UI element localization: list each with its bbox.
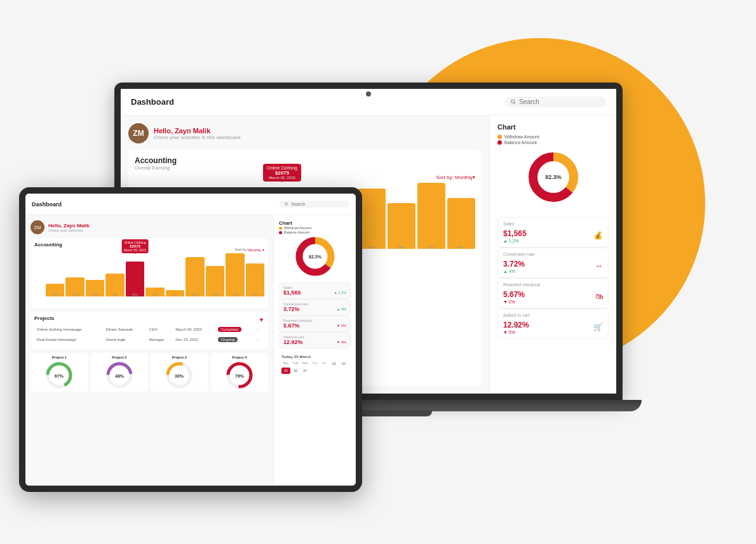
project-more-1[interactable]: ··· <box>255 335 263 344</box>
metric-icon-0: 💰 <box>593 231 603 240</box>
project-date-1: Dec 25, 2022 <box>174 335 215 344</box>
tablet-chart-title: Chart <box>279 220 351 226</box>
tablet-bar-wrap-feb: Feb <box>65 253 84 296</box>
svg-text:76%: 76% <box>235 374 245 378</box>
laptop-search-bar[interactable] <box>504 96 606 107</box>
cal-day-06[interactable]: 06 <box>291 368 300 374</box>
project-role-1: Manager <box>148 335 173 344</box>
metric-icon-3: 🛒 <box>593 322 603 331</box>
tablet-projects: Projects ▼ Online clothing Homepage Sitr… <box>30 312 268 349</box>
metric-icon-1: ↔ <box>595 262 603 270</box>
tablet-search-bar[interactable] <box>280 201 349 208</box>
sort-chevron-icon: ▾ <box>473 175 475 180</box>
tablet-bar-chart: JanFebMarAprOnline Clothing$2075March 05… <box>46 253 264 304</box>
bar-wrap-sep: Sep <box>388 183 415 249</box>
tablet-project-card-1: Project 2 48% <box>91 353 149 392</box>
donut-chart-wrapper: 82.3% <box>497 149 609 206</box>
cal-day-03[interactable]: 03 <box>330 361 339 367</box>
tablet-project-card-0: Project 1 67% <box>30 353 88 392</box>
greeting-subtitle: Check your activities in this dashboard <box>154 135 241 140</box>
project-card-title-0: Project 1 <box>52 355 67 359</box>
tablet-bar-label-jul: Jul <box>173 293 177 296</box>
cal-day-05[interactable]: 05 <box>281 368 290 374</box>
project-donut-0: 67% <box>45 361 73 389</box>
chart-legend: Withdraw Amount Balance Amount <box>497 135 609 145</box>
tablet-bar-wrap-oct: Oct <box>226 253 244 296</box>
tablet-bar-label-mar: Mar <box>92 293 98 296</box>
tablet-bar-wrap-sep: Sep <box>206 253 224 296</box>
project-date-0: March 05, 2023 <box>174 325 215 334</box>
cal-day-07[interactable]: 07 <box>300 368 309 374</box>
tablet-bar-nov <box>246 263 264 296</box>
svg-text:82.3%: 82.3% <box>545 174 562 180</box>
tablet-bar-label-may: May <box>132 293 138 296</box>
tablet-bar-label-aug: Aug <box>192 293 198 296</box>
tablet-bar-label-apr: Apr <box>112 293 118 296</box>
search-icon <box>511 99 516 105</box>
tablet-bar-wrap-aug: Aug <box>186 253 204 296</box>
tablet-bar-wrap-jun: Jun <box>145 253 164 296</box>
metric-value-row-1: 3.72% ▲ 4% ↔ <box>503 258 603 274</box>
cal-header-tue: TUE <box>291 361 300 367</box>
tablet-search-input[interactable] <box>291 202 344 206</box>
tablet-right-panel: Chart Withdraw Amount Balance Amount <box>273 215 356 486</box>
accounting-title: Accounting <box>135 156 475 165</box>
metric-card-0: Sales $1,565 ▲ 1.2% 💰 <box>497 217 609 248</box>
tablet-metric-change-3: ▼ 4% <box>337 340 346 344</box>
metric-value-row-3: 12.92% ▼ 5% 🛒 <box>503 319 603 335</box>
sort-row: Sort by: Monthly ▾ <box>135 175 475 180</box>
metric-card-2: Reached checkout 5.67% ▼ 2% 🛍 <box>497 278 609 308</box>
tablet-donut-chart: 82.3% <box>293 234 337 279</box>
project-person-0: Sitram Sanvade <box>104 325 146 334</box>
tablet-metric-card-1: Conversion rate 3.72% ▲ 4% <box>279 299 351 315</box>
tablet-sort-value[interactable]: Monthly ▾ <box>248 248 264 252</box>
avatar: ZM <box>128 123 149 143</box>
svg-line-1 <box>514 103 515 104</box>
project-name-1: Real Estate Homepage <box>36 335 103 344</box>
greeting-hello: Hello, Zayn Malik <box>154 127 241 135</box>
metric-value-row-0: $1,565 ▲ 1.2% 💰 <box>503 227 603 243</box>
tablet-projects-title: Projects <box>34 315 55 321</box>
tablet-bar-sep <box>206 266 224 296</box>
bar-label-nov: Nov <box>458 245 465 249</box>
cal-header-mon: Mon <box>281 361 290 367</box>
tablet-legend-label-withdraw: Withdraw Amount <box>284 226 311 230</box>
metric-value-0: $1,565 <box>503 229 527 238</box>
tablet-calendar-title: Today, 05 March <box>281 355 348 359</box>
filter-icon[interactable]: ▼ <box>259 317 264 323</box>
laptop-search-input[interactable] <box>519 98 600 105</box>
donut-chart: 82.3% <box>525 149 582 206</box>
tablet-bar-wrap-mar: Mar <box>86 253 104 296</box>
tablet-bar-label-jun: Jun <box>152 293 158 296</box>
tablet-accounting: Accounting Sort by: Monthly ▾ JanFebMarA… <box>30 238 268 308</box>
metric-value-3: 12.92% <box>503 321 529 329</box>
metric-label-0: Sales <box>503 222 603 226</box>
tablet-bar-wrap-may: Online Clothing$2075March 05, 2023May <box>126 253 144 296</box>
project-row-0: Online clothing Homepage Sitram Sanvade … <box>36 325 263 334</box>
tablet-header: Dashboard <box>25 194 356 215</box>
project-card-title-2: Project 3 <box>172 355 187 359</box>
tablet-dashboard-title: Dashboard <box>32 201 62 208</box>
legend-label-withdraw: Withdraw Amount <box>504 135 539 139</box>
metric-label-3: Added to cart <box>503 313 603 317</box>
metrics-list: Sales $1,565 ▲ 1.2% 💰 Conversion rate 3.… <box>497 217 609 339</box>
laptop-right-panel: Chart Withdraw Amount Balance Amount <box>489 116 616 394</box>
tablet-sort-row: Sort by: Monthly ▾ <box>34 248 264 252</box>
tablet-metric-value-3: 12.92% <box>283 339 303 345</box>
tablet-chart-section: Chart Withdraw Amount Balance Amount <box>279 220 351 279</box>
cal-day-04[interactable]: 04 <box>339 361 348 367</box>
tablet-bar-aug <box>186 257 204 296</box>
bar-sep <box>388 203 415 249</box>
metric-value-1: 3.72% <box>503 260 525 269</box>
tablet-bar-wrap-apr: Apr <box>105 253 124 296</box>
tablet-dashboard: Dashboard ZM <box>25 194 356 486</box>
sort-value[interactable]: Monthly <box>455 175 473 180</box>
project-status-1: Ongoing <box>217 335 253 344</box>
tablet-metric-change-0: ▲ 1.2% <box>334 291 346 295</box>
tablet-metric-value-0: $1,565 <box>283 289 301 296</box>
tablet-greeting-hello: Hello, Zayn Malik <box>48 223 90 229</box>
project-more-0[interactable]: ··· <box>255 325 263 334</box>
tablet-calendar: Today, 05 March Mon TUE Wed Thu Fri 03 0… <box>279 352 351 376</box>
project-row-1: Real Estate Homepage Geeta Ingle Manager… <box>36 335 263 344</box>
tablet-bar-may <box>126 262 144 296</box>
